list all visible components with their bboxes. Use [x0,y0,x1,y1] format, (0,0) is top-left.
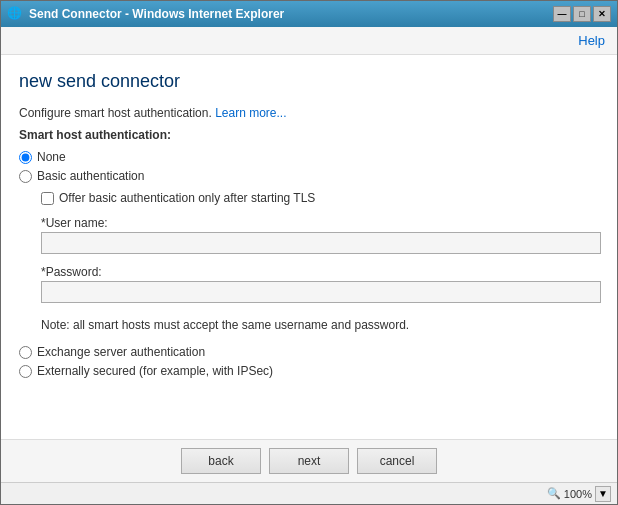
zoom-level: 100% [564,488,592,500]
radio-exchange[interactable]: Exchange server authentication [19,345,599,359]
back-button[interactable]: back [181,448,261,474]
username-input[interactable] [41,232,601,254]
content-area: Help new send connector Configure smart … [1,27,617,482]
username-label: *User name: [41,216,599,230]
help-link[interactable]: Help [578,33,605,48]
password-field-group: *Password: [41,265,599,303]
radio-exchange-input[interactable] [19,346,32,359]
zoom-dropdown-button[interactable]: ▼ [595,486,611,502]
radio-externally-secured-label: Externally secured (for example, with IP… [37,364,273,378]
radio-externally-secured-input[interactable] [19,365,32,378]
status-bar: 🔍 100% ▼ [1,482,617,504]
description-text: Configure smart host authentication. Lea… [19,106,599,120]
password-label-text: *Password: [41,265,102,279]
password-input[interactable] [41,281,601,303]
bottom-bar: back next cancel [1,439,617,482]
description-label: Configure smart host authentication. [19,106,212,120]
zoom-icon: 🔍 [547,487,561,500]
password-label: *Password: [41,265,599,279]
learn-more-link[interactable]: Learn more... [215,106,286,120]
window-icon: 🌐 [7,6,23,22]
next-button[interactable]: next [269,448,349,474]
main-window: 🌐 Send Connector - Windows Internet Expl… [0,0,618,505]
title-bar: 🌐 Send Connector - Windows Internet Expl… [1,1,617,27]
page-title: new send connector [19,71,599,92]
tls-checkbox-row[interactable]: Offer basic authentication only after st… [41,191,599,205]
window-controls: — □ ✕ [553,6,611,22]
window-title: Send Connector - Windows Internet Explor… [29,7,553,21]
close-button[interactable]: ✕ [593,6,611,22]
radio-basic-auth-label: Basic authentication [37,169,144,183]
radio-basic-auth-input[interactable] [19,170,32,183]
section-label: Smart host authentication: [19,128,599,142]
radio-none-label: None [37,150,66,164]
note-text: Note: all smart hosts must accept the sa… [41,318,599,332]
username-label-text: *User name: [41,216,108,230]
auth-radio-group: None Basic authentication Offer basic au… [19,150,599,378]
main-content: new send connector Configure smart host … [1,55,617,439]
cancel-button[interactable]: cancel [357,448,437,474]
maximize-button[interactable]: □ [573,6,591,22]
minimize-button[interactable]: — [553,6,571,22]
zoom-area: 🔍 100% ▼ [547,486,611,502]
radio-basic-auth[interactable]: Basic authentication [19,169,599,183]
radio-externally-secured[interactable]: Externally secured (for example, with IP… [19,364,599,378]
username-field-group: *User name: [41,216,599,254]
tls-checkbox-label: Offer basic authentication only after st… [59,191,315,205]
radio-none-input[interactable] [19,151,32,164]
radio-exchange-label: Exchange server authentication [37,345,205,359]
tls-checkbox[interactable] [41,192,54,205]
radio-none[interactable]: None [19,150,599,164]
top-bar: Help [1,27,617,55]
